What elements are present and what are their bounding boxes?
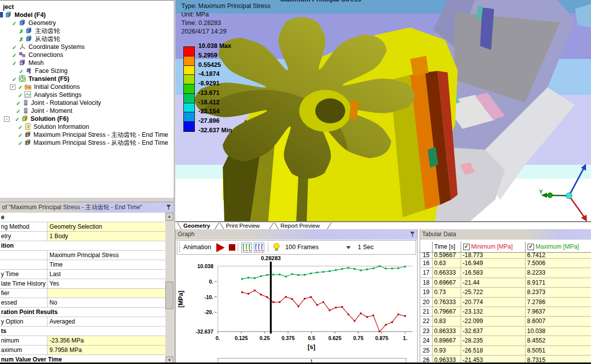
details-value[interactable]: 9.7958 MPa [47, 346, 165, 355]
table-row[interactable]: 240.89667-28.2358.4552 [420, 336, 591, 346]
pin-icon[interactable] [166, 204, 171, 211]
viewport-tab-strip: GeometryPrint PreviewReport Preview [175, 221, 591, 230]
details-value[interactable]: Time [47, 260, 165, 269]
panel-divider [417, 229, 418, 364]
table-cell: 7.9637 [526, 307, 591, 317]
tree-item-label: Analysis Settings [34, 91, 81, 99]
joint-icon [22, 99, 29, 106]
column-checkbox[interactable]: ✓ [463, 244, 470, 250]
table-row[interactable]: 170.66333-16.5838.2233 [420, 268, 591, 278]
stop-button[interactable] [228, 243, 236, 253]
details-label: etry [0, 232, 47, 241]
viewport-3d-scene: Maximum Principal Stress [175, 0, 591, 221]
table-row[interactable]: 210.79667-23.1327.9637 [420, 307, 591, 317]
table-row[interactable]: 180.69667-21.448.9171 [420, 278, 591, 288]
time-steps-icon[interactable] [254, 243, 264, 253]
row-number: 23 [420, 327, 433, 336]
table-cell: 8.4552 [526, 336, 591, 346]
table-cell: 0.76333 [433, 298, 461, 307]
table-row[interactable]: 190.73-25.7228.2373 [420, 288, 591, 297]
solution-icon [21, 115, 28, 122]
tabular-data-panel: Tabular Data Time [s]✓Minimum [MPa]✓Maxi… [420, 229, 591, 364]
toolbar-grip[interactable] [179, 243, 181, 252]
y-tick-label: 10.038 [197, 263, 213, 269]
play-button[interactable] [215, 243, 226, 253]
tree-item-maximum-principal-stress-主动齿轮-end-time[interactable]: ✓Maximum Principal Stress - 主动齿轮 - End T… [0, 131, 174, 139]
tree-item-connections[interactable]: ✓Connections [0, 51, 174, 59]
tree-item-initial-conditions[interactable]: +✓T=0Initial Conditions [0, 83, 174, 91]
y-tick-label: -32.637 [195, 329, 213, 335]
tree-item-ject[interactable]: ject [0, 3, 174, 11]
details-row: essedNo [0, 298, 165, 308]
table-cell: -21.44 [461, 278, 526, 288]
details-value[interactable]: Geometry Selection [47, 222, 165, 231]
outline-tree-panel: jectModel (F4)✓Geometry✗主动齿轮✗从动齿轮✓Coordi… [0, 0, 174, 198]
tree-item-coordinate-systems[interactable]: ✓Coordinate Systems [0, 43, 174, 51]
chevron-down-icon[interactable] [346, 246, 351, 250]
viewport-tab-geometry[interactable]: Geometry [183, 223, 210, 229]
tree-item-joint-rotational-velocity[interactable]: ✓Joint - Rotational Velocity [0, 99, 174, 107]
scroll-thumb[interactable] [165, 282, 173, 309]
details-value[interactable]: Averaged [47, 317, 165, 326]
table-row[interactable]: 150.59667-18.7736.7412 [420, 253, 591, 259]
tree-item-maximum-principal-stress-从动齿轮-end-time[interactable]: ✓Maximum Principal Stress - 从动齿轮 - End T… [0, 139, 174, 147]
table-row[interactable]: 230.86333-32.63710.038 [420, 327, 591, 336]
legend-color-cell [184, 75, 194, 84]
row-number: 22 [420, 317, 433, 326]
table-row[interactable]: 220.83-22.0998.6007 [420, 317, 591, 326]
expand-icon[interactable]: + [10, 84, 15, 90]
details-value[interactable]: Maximum Principal Stress [47, 251, 165, 260]
clipped-icon [0, 12, 3, 17]
graph-chart[interactable]: 10.0380.-10.-20.-32.6370.0.1250.250.3750… [176, 255, 418, 364]
clock-icon [19, 75, 25, 82]
details-value[interactable]: -23.356 MPa [47, 336, 165, 345]
joint-icon [22, 107, 29, 114]
table-cell: 0.73 [433, 288, 461, 297]
details-scrollbar[interactable]: ▲ ▼ [165, 213, 173, 364]
table-row[interactable]: 250.93-26.5188.5051 [420, 346, 591, 356]
horizontal-splitter[interactable] [0, 198, 174, 202]
table-row[interactable]: 200.76333-20.7747.2786 [420, 298, 591, 307]
tree-item-analysis-settings[interactable]: ✓Analysis Settings [0, 91, 174, 99]
viewport-tab-report-preview[interactable]: Report Preview [280, 223, 320, 229]
time-marker[interactable] [270, 262, 272, 334]
tree-item-从动齿轮[interactable]: ✗从动齿轮 [0, 35, 174, 43]
tree-item-solution-information[interactable]: ✓!Solution Information [0, 123, 174, 131]
tree-item-solution-f6-[interactable]: −✓Solution (F6) [0, 115, 174, 123]
result-sets-icon[interactable] [241, 243, 252, 253]
table-row[interactable]: 160.63-16.9497.5006 [420, 259, 591, 268]
tree-item-joint-moment[interactable]: ✓Joint - Moment [0, 107, 174, 115]
check-mark-icon: ✓ [18, 83, 22, 91]
tree-item-face-sizing[interactable]: ✓Face Sizing [0, 67, 174, 75]
check-mark-icon: ✓ [12, 51, 16, 59]
viewport-tab-print-preview[interactable]: Print Preview [226, 223, 260, 229]
tree-item-geometry[interactable]: ✓Geometry [0, 19, 174, 27]
bulb-icon[interactable] [273, 243, 280, 253]
tree-item-mesh[interactable]: ✓Mesh [0, 59, 174, 67]
table-cell: 8.2373 [526, 288, 591, 297]
table-cell: -16.949 [461, 259, 526, 268]
tree-item-label: Maximum Principal Stress - 主动齿轮 - End Ti… [33, 131, 168, 139]
tree-item-label: Joint - Rotational Velocity [31, 99, 101, 107]
y-axis-label: [MPa] [177, 291, 184, 308]
tree-item-label: ject [3, 3, 14, 11]
tree-item-label: Maximum Principal Stress - 从动齿轮 - End Ti… [33, 139, 168, 147]
frames-dropdown[interactable]: 100 Frames [285, 240, 319, 255]
tree-item-主动齿轮[interactable]: ✗主动齿轮 [0, 27, 174, 35]
tree-item-model-f4-[interactable]: Model (F4) [0, 11, 174, 19]
details-value[interactable]: Yes [47, 279, 165, 288]
details-value[interactable]: Last [47, 270, 165, 279]
collapse-icon[interactable]: − [4, 116, 9, 122]
details-value[interactable] [47, 289, 165, 298]
column-checkbox[interactable]: ✓ [528, 244, 534, 250]
tree-item-transient-f5-[interactable]: ✓Transient (F5) [0, 75, 174, 83]
table-cell: 0.79667 [433, 307, 461, 317]
scroll-up-icon[interactable]: ▲ [165, 213, 173, 221]
result-icon [24, 139, 31, 146]
tabular-header-rownum [420, 242, 433, 252]
check-mark-icon: ✓ [18, 131, 22, 139]
geometry-viewport[interactable]: Maximum Principal Stress [175, 0, 591, 221]
details-value[interactable]: 1 Body [47, 232, 165, 241]
details-value[interactable]: No [47, 298, 165, 307]
pin-icon[interactable] [410, 231, 415, 238]
